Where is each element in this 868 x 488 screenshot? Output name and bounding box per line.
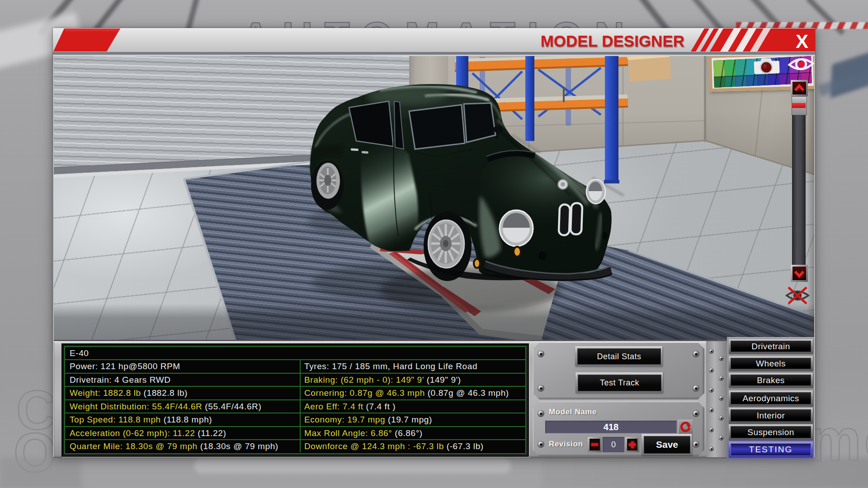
svg-text:MODEL DESIGNER: MODEL DESIGNER [541, 32, 684, 50]
svg-text:X: X [796, 31, 808, 52]
